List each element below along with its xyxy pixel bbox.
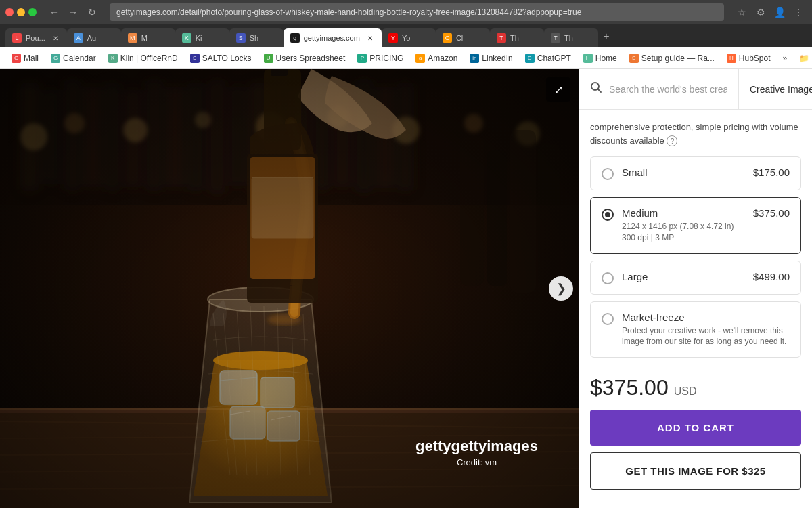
tab-8[interactable]: C Cl [436, 28, 490, 47]
pricing-details-large: Large [622, 271, 745, 282]
forward-button[interactable]: → [65, 4, 81, 20]
getty-credit: Credit: vm [415, 457, 538, 467]
radio-market-freeze[interactable] [602, 313, 614, 325]
add-to-cart-button[interactable]: ADD TO CART [590, 410, 801, 446]
bookmarks-bar: G Mail G Calendar K Kiln | OfficeRnD S S… [0, 47, 812, 69]
tab-5[interactable]: S Sh [229, 28, 284, 47]
tab-favicon-2: A [74, 33, 83, 43]
traffic-light-green[interactable] [28, 8, 37, 16]
getty-watermark: gettygettyimages Credit: vm [415, 438, 538, 467]
search-bar-row: Creative Images ▾ Search by image or vid… [579, 69, 812, 110]
get-image-label: GET THIS IMAGE FOR $325 [625, 465, 765, 477]
extensions-button[interactable]: ⚙ [752, 4, 769, 20]
getty-logo-bold: getty [415, 438, 451, 454]
pricing-name-market-freeze: Market-freeze [622, 312, 790, 323]
pricing-option-large[interactable]: Large $499.00 [590, 261, 801, 295]
address-bar[interactable]: gettyimages.com/detail/photo/pouring-gla… [110, 3, 724, 21]
back-button[interactable]: ← [46, 4, 62, 20]
new-tab-button[interactable]: + [598, 28, 614, 45]
tab-close-active[interactable]: ✕ [365, 33, 375, 43]
browser-chrome: ← → ↻ gettyimages.com/detail/photo/pouri… [0, 0, 812, 24]
tab-10[interactable]: T Th [544, 28, 598, 47]
bookmark-kiln[interactable]: K Kiln | OfficeRnD [104, 51, 183, 65]
address-text: gettyimages.com/detail/photo/pouring-gla… [116, 7, 581, 17]
get-image-button[interactable]: GET THIS IMAGE FOR $325 [590, 452, 801, 490]
right-panel: Creative Images ▾ Search by image or vid… [579, 69, 812, 508]
tab-favicon-4: K [182, 33, 191, 43]
tab-close-1[interactable]: ✕ [51, 33, 60, 43]
pricing-option-market-freeze[interactable]: Market-freeze Protect your creative work… [590, 301, 801, 358]
tab-2[interactable]: A Au [67, 28, 121, 47]
radio-medium[interactable] [602, 209, 614, 221]
expand-button[interactable]: ⤢ [546, 77, 570, 102]
add-to-cart-label: ADD TO CART [657, 422, 734, 433]
bookmark-favicon-setup: S [629, 54, 639, 63]
traffic-light-yellow[interactable] [17, 8, 25, 16]
tab-7[interactable]: Y Yo [382, 28, 436, 47]
tab-favicon-5: S [236, 33, 246, 43]
bookmark-favicon-mail: G [12, 54, 21, 63]
tab-active[interactable]: g gettyimages.com ✕ [284, 28, 382, 47]
help-icon[interactable]: ? [667, 135, 677, 146]
bookmark-calendar[interactable]: G Calendar [46, 51, 101, 65]
pricing-details-medium: Medium 2124 x 1416 px (7.08 x 4.72 in)30… [622, 207, 745, 244]
bookmark-favicon-pricing: P [357, 54, 367, 63]
creative-images-button[interactable]: Creative Images ▾ [738, 69, 812, 109]
tab-favicon-9: T [497, 33, 506, 43]
reload-button[interactable]: ↻ [84, 4, 100, 20]
pricing-option-small[interactable]: Small $175.00 [590, 156, 801, 190]
pricing-details-market-freeze: Market-freeze Protect your creative work… [622, 312, 790, 348]
bookmark-pricing[interactable]: P PRICING [353, 51, 408, 65]
total-currency: USD [674, 385, 697, 398]
bookmarks-more[interactable]: » [778, 51, 792, 65]
bookmark-salto[interactable]: S SALTO Locks [185, 51, 256, 65]
pricing-name-medium: Medium [622, 207, 745, 219]
tab-favicon-7: Y [388, 33, 398, 43]
folder-icon: 📁 [799, 54, 809, 63]
pricing-name-large: Large [622, 271, 745, 282]
more-button[interactable]: ⋮ [790, 4, 807, 20]
profile-button[interactable]: 👤 [771, 4, 788, 20]
tab-favicon-8: C [443, 33, 452, 43]
total-price-row: $375.00 USD [579, 364, 812, 400]
pricing-price-small: $175.00 [753, 167, 790, 178]
tab-favicon-3: M [128, 33, 137, 43]
pricing-details-small: Small [622, 167, 745, 178]
next-image-button[interactable]: ❯ [549, 276, 573, 301]
bookmark-favicon-hubspot: H [727, 54, 736, 63]
image-area: gettygettyimages Credit: vm ⤢ ❯ [0, 69, 579, 508]
tabs-bar: L Pou... ✕ A Au M M K Ki S Sh g gettyima… [0, 24, 812, 47]
tab-4[interactable]: K Ki [175, 28, 229, 47]
radio-small[interactable] [602, 168, 614, 180]
tab-1[interactable]: L Pou... ✕ [5, 28, 67, 47]
svg-line-67 [598, 89, 602, 93]
bookmark-users[interactable]: U Users Spreadsheet [259, 51, 351, 65]
expand-icon: ⤢ [554, 83, 563, 96]
search-icon [590, 81, 602, 97]
bookmark-mail[interactable]: G Mail [7, 51, 43, 65]
bookmark-chatgpt[interactable]: C ChatGPT [520, 51, 576, 65]
bookmark-setup[interactable]: S Setup guide — Ra... [625, 51, 719, 65]
pricing-option-medium[interactable]: Medium 2124 x 1416 px (7.08 x 4.72 in)30… [590, 197, 801, 254]
bookmark-favicon-amazon: a [415, 54, 425, 63]
tab-9[interactable]: T Th [490, 28, 544, 47]
tab-favicon: L [12, 33, 22, 43]
traffic-light-red[interactable] [5, 8, 14, 16]
radio-large[interactable] [602, 272, 614, 284]
pricing-price-medium: $375.00 [753, 207, 790, 219]
bookmark-hubspot[interactable]: H HubSpot [722, 51, 775, 65]
all-bookmarks[interactable]: 📁 All Bookmarks [794, 47, 812, 69]
creative-images-label: Creative Images [750, 84, 812, 95]
tab-favicon-active: g [290, 33, 300, 43]
bookmark-home[interactable]: H Home [579, 51, 622, 65]
bookmark-favicon-salto: S [190, 54, 200, 63]
pricing-sub-medium: 2124 x 1416 px (7.08 x 4.72 in)300 dpi |… [622, 221, 745, 244]
pricing-section: comprehensive protection, simple pricing… [579, 110, 812, 358]
browser-actions: ☆ ⚙ 👤 ⋮ [734, 4, 807, 20]
bookmark-button[interactable]: ☆ [734, 4, 750, 20]
bookmark-amazon[interactable]: a Amazon [411, 51, 462, 65]
getty-logo: gettygettyimages [415, 438, 538, 455]
search-input[interactable] [609, 84, 727, 95]
tab-3[interactable]: M M [121, 28, 175, 47]
bookmark-linkedin[interactable]: in LinkedIn [465, 51, 517, 65]
